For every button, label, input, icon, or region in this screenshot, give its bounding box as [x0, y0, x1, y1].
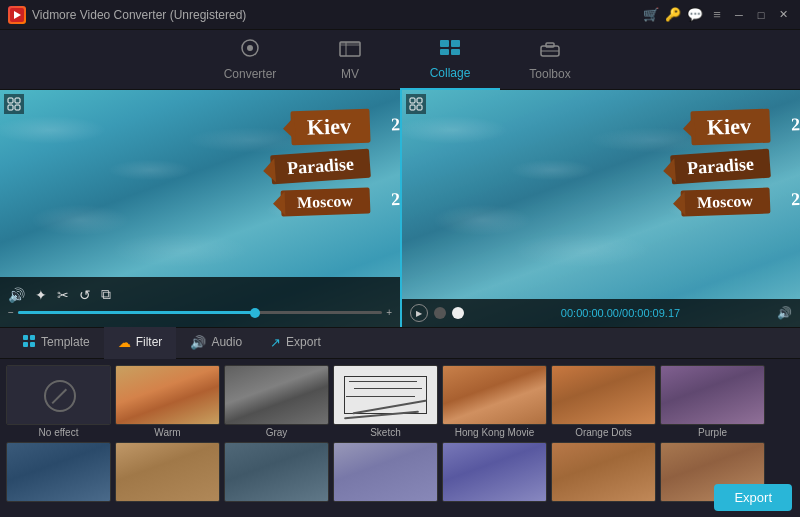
chat-icon[interactable]: 💬	[686, 6, 704, 24]
filter-grid: No effect Warm Gray	[6, 365, 794, 504]
bottom-area: No effect Warm Gray	[0, 359, 800, 517]
sign-kiev: Kiev 2	[290, 109, 370, 146]
svg-rect-19	[417, 98, 422, 103]
sign-moscow: Moscow 2	[281, 187, 371, 216]
filter-r2f1[interactable]	[6, 442, 111, 504]
tab-collage[interactable]: Collage	[400, 30, 500, 90]
nav-tabs: Converter MV Collage	[0, 30, 800, 90]
right-video-indicator	[406, 94, 426, 114]
maximize-button[interactable]: □	[752, 6, 770, 24]
titlebar-left: Vidmore Video Converter (Unregistered)	[8, 6, 246, 24]
menu-icon[interactable]: ≡	[708, 6, 726, 24]
tab-converter[interactable]: Converter	[200, 30, 300, 90]
filter-sketch[interactable]: Sketch	[333, 365, 438, 438]
btab-filter[interactable]: ☁ Filter	[104, 327, 177, 359]
app-icon	[8, 6, 26, 24]
plus-label[interactable]: +	[386, 307, 392, 318]
export-tab-icon: ↗	[270, 335, 281, 350]
right-video-panel[interactable]: Kiev 2 Paradise Moscow 2 ▶	[400, 90, 800, 327]
tab-collage-label: Collage	[430, 66, 471, 80]
no-effect-circle	[44, 380, 76, 412]
filter-r2f5[interactable]	[442, 442, 547, 504]
collage-icon	[438, 37, 462, 62]
svg-rect-12	[546, 43, 554, 47]
filter-gray-img	[224, 365, 329, 425]
toolbar-overlay: 🔊 ✦ ✂ ↺ ⧉ − +	[0, 277, 400, 327]
filter-r2f4-img	[333, 442, 438, 502]
progress-bar: − +	[8, 307, 392, 318]
filter-warm[interactable]: Warm	[115, 365, 220, 438]
svg-point-3	[247, 45, 253, 51]
template-tab-icon	[22, 334, 36, 351]
filter-purple[interactable]: Purple	[660, 365, 765, 438]
brightness-tool-icon[interactable]: ✦	[35, 287, 47, 303]
export-button[interactable]: Export	[714, 484, 792, 511]
copy-tool-icon[interactable]: ⧉	[101, 286, 111, 303]
btab-audio-label: Audio	[211, 335, 242, 349]
btab-filter-label: Filter	[136, 335, 163, 349]
progress-thumb[interactable]	[250, 308, 260, 318]
svg-rect-18	[410, 98, 415, 103]
filter-r2f2[interactable]	[115, 442, 220, 504]
btab-export[interactable]: ↗ Export	[256, 327, 335, 359]
bottom-tabs: Template ☁ Filter 🔊 Audio ↗ Export	[0, 327, 800, 359]
svg-rect-24	[23, 342, 28, 347]
filter-r2f3[interactable]	[224, 442, 329, 504]
filter-orange-dots[interactable]: Orange Dots	[551, 365, 656, 438]
tab-toolbox[interactable]: Toolbox	[500, 30, 600, 90]
minus-label[interactable]: −	[8, 307, 14, 318]
left-video-panel[interactable]: Kiev 2 Paradise Moscow 2 🔊	[0, 90, 400, 327]
titlebar-controls: 🛒 🔑 💬 ≡ ─ □ ✕	[642, 6, 792, 24]
prog-dot-1[interactable]	[434, 307, 446, 319]
svg-rect-5	[340, 42, 360, 46]
prog-dot-2[interactable]	[452, 307, 464, 319]
filter-no-effect[interactable]: No effect	[6, 365, 111, 438]
rotate-tool-icon[interactable]: ↺	[79, 287, 91, 303]
volume-tool-icon[interactable]: 🔊	[8, 287, 25, 303]
filter-gray[interactable]: Gray	[224, 365, 329, 438]
titlebar: Vidmore Video Converter (Unregistered) 🛒…	[0, 0, 800, 30]
toolbox-icon	[538, 38, 562, 63]
time-display: 00:00:00.00/00:00:09.17	[561, 307, 680, 319]
filter-purple-label: Purple	[698, 427, 727, 438]
filter-r2f1-img	[6, 442, 111, 502]
filter-orange-dots-label: Orange Dots	[575, 427, 632, 438]
filter-area: No effect Warm Gray	[0, 359, 800, 517]
right-sign-moscow: Moscow 2	[681, 187, 771, 216]
close-button[interactable]: ✕	[774, 6, 792, 24]
sign-moscow-num: 2	[391, 189, 400, 210]
btab-audio[interactable]: 🔊 Audio	[176, 327, 256, 359]
filter-r2f6[interactable]	[551, 442, 656, 504]
btab-template[interactable]: Template	[8, 327, 104, 359]
svg-rect-10	[451, 49, 460, 55]
tab-toolbox-label: Toolbox	[529, 67, 570, 81]
filter-orange-dots-img	[551, 365, 656, 425]
progress-track[interactable]	[18, 311, 382, 314]
svg-rect-17	[15, 105, 20, 110]
no-effect-visual	[7, 366, 111, 425]
filter-sketch-img	[333, 365, 438, 425]
signs-overlay: Kiev 2 Paradise Moscow 2	[271, 110, 370, 215]
filter-r2f3-img	[224, 442, 329, 502]
filter-r2f2-img	[115, 442, 220, 502]
cart-icon[interactable]: 🛒	[642, 6, 660, 24]
right-controls: ▶ 00:00:00.00/00:00:09.17 🔊	[402, 299, 800, 327]
filter-warm-label: Warm	[154, 427, 180, 438]
svg-rect-21	[417, 105, 422, 110]
minimize-button[interactable]: ─	[730, 6, 748, 24]
crop-tool-icon[interactable]: ✂	[57, 287, 69, 303]
right-playback: ▶	[410, 304, 464, 322]
btab-export-label: Export	[286, 335, 321, 349]
filter-hk-movie[interactable]: Hong Kong Movie	[442, 365, 547, 438]
filter-r2f5-img	[442, 442, 547, 502]
sign-kiev-num: 2	[391, 114, 400, 135]
play-button[interactable]: ▶	[410, 304, 428, 322]
filter-r2f4[interactable]	[333, 442, 438, 504]
tab-mv[interactable]: MV	[300, 30, 400, 90]
main-area: Kiev 2 Paradise Moscow 2 🔊	[0, 90, 800, 327]
svg-rect-14	[8, 98, 13, 103]
right-video-bg: Kiev 2 Paradise Moscow 2	[402, 90, 800, 327]
right-volume-icon[interactable]: 🔊	[777, 306, 792, 320]
svg-rect-23	[30, 335, 35, 340]
key-icon[interactable]: 🔑	[664, 6, 682, 24]
